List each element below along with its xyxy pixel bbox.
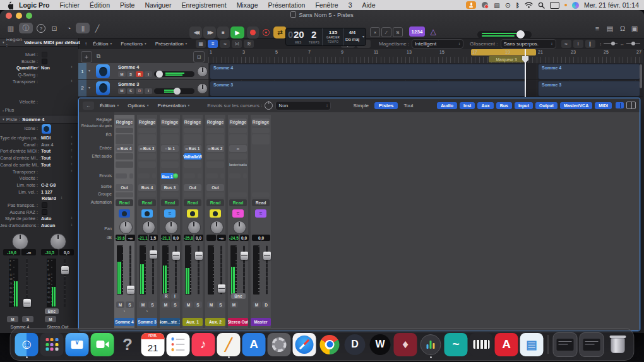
inspector-row-ic-ne[interactable]: Icône : [0,126,78,132]
stepper-icon[interactable]: ↕ [71,216,73,219]
dock-item-chrome[interactable] [318,333,342,356]
track-volume-knob[interactable] [174,88,181,95]
smart-controls-button[interactable]: ◔ [63,23,75,34]
forward-button[interactable]: ▶▶ [203,26,216,38]
dock-item-reminders[interactable] [167,333,190,356]
automation-icon[interactable]: ≈ [220,40,230,48]
record-button[interactable] [247,26,259,38]
send-slot[interactable] [229,173,247,179]
track-lane-somme-3[interactable]: Somme 3Somme 3 [208,80,643,97]
dock-item-launchpad[interactable] [40,333,64,356]
mixer-filter-master-vca[interactable]: Master/VCA [560,102,592,109]
pan-knob[interactable] [188,221,201,234]
solo-button[interactable]: S [171,301,179,308]
inspector-row-transposer[interactable]: Transposer :↕ [0,79,78,85]
track-mute-button[interactable]: M [118,71,126,77]
track-input-monitor-button[interactable]: I [145,71,152,77]
sends-power-icon[interactable] [265,102,273,110]
stepper-icon[interactable]: ↕ [71,155,73,159]
region-inspector-header[interactable]: ▾Région :Valeurs MIDI par défaut [0,38,78,47]
lcd-position[interactable]: 0 20 2 MES TEMPS [286,28,323,45]
track-volume-slider[interactable] [154,88,194,94]
mute-button[interactable]: M [230,301,238,308]
duplicate-track-button[interactable]: ⧉ [93,51,104,61]
inspector-row-canal-de-sortie-mi[interactable]: Canal de sortie MI.. :Tout↕ [0,162,78,168]
mixer-view-tout[interactable]: Tout [399,102,417,109]
editbar-menu-dition[interactable]: Édition▾ [93,41,112,47]
audio-fx-slot-2[interactable] [138,161,156,168]
automation-mode-button[interactable]: Read [138,199,156,206]
solo-button[interactable]: S [22,316,33,322]
midi-region[interactable]: Somme 3 [538,81,640,96]
nudge-back-icon[interactable]: ↑ [81,40,91,48]
inspector-row-retard[interactable]: Retard↕ [0,196,78,202]
mute-button[interactable]: M [253,301,261,308]
mixer-view-simple[interactable]: Simple [349,102,373,109]
dock-item-music[interactable]: ♪ [192,333,215,356]
list-editors-button[interactable]: ≡ [592,23,602,34]
track-volume-slider[interactable] [154,71,194,77]
checkbox[interactable] [42,59,47,64]
track-record-arm-button[interactable]: R [136,88,143,94]
inspector-row[interactable] [0,92,78,98]
track-volume-knob[interactable] [156,71,163,78]
cycle-button[interactable]: ⇄ [273,26,287,38]
inspector-row[interactable] [0,86,78,92]
dual-pane-active-icon[interactable] [616,102,624,108]
mixer-strip-somme-4[interactable]: Réglage∞Bus 4OutRead-19,6-∞MS›Somme 4 [114,115,136,328]
pan-knob[interactable] [233,221,246,234]
solo-button[interactable]: S [217,301,225,308]
volume-fader[interactable] [195,252,203,260]
mixer-back-icon[interactable]: ← [83,102,94,110]
audio-fx-slot-2[interactable] [161,161,179,168]
metronome-button[interactable]: △ [428,26,438,37]
track-mute-button[interactable]: M [118,88,126,94]
channel-setting-button[interactable]: Réglage [116,119,133,126]
inspector-row-canal-d-entr-e-mi[interactable]: Canal d'entrée MI.. :Tout↕ [0,155,78,161]
solo-button[interactable]: S [126,301,134,308]
track-pan-knob[interactable] [197,66,208,77]
menu-item-enregistrement[interactable]: Enregistrement [176,1,231,9]
group-slot[interactable] [138,192,156,197]
dock-item-mail[interactable]: ∨ [66,333,89,356]
menu-item-piste[interactable]: Piste [115,1,140,9]
send-slot[interactable] [138,173,156,179]
count-in-button[interactable]: 1234 [409,26,425,37]
mixer-strip-aux-1[interactable]: Réglage∞Bus 1ValhallaViOutRead-25,80,0MS… [182,115,204,328]
bounce-button[interactable]: Bnc [231,293,246,299]
audio-fx-slot-2[interactable] [116,161,133,168]
flex-pitch-icon[interactable]: ≋ [244,40,254,48]
track-disclosure-chevron[interactable]: ▾ [88,85,90,90]
menu-item-pr-sentation[interactable]: Présentation [263,1,310,9]
stop-button[interactable]: ■ [217,26,229,38]
dim-button[interactable]: D [262,301,270,308]
volume-fader[interactable] [61,266,69,274]
vertical-zoom-slider[interactable]: ↕ [600,42,618,46]
midi-region[interactable]: Somme 4 [210,64,526,79]
track-header-somme-3[interactable]: 2▾Somme 3MSRI [78,80,208,97]
inspector-row-boucle[interactable]: Boucle : [0,59,78,65]
track-disclosure-chevron[interactable]: ▾ [88,68,90,73]
track-solo-button[interactable]: S [127,71,134,77]
mixer-filter-inst[interactable]: Inst [460,102,475,109]
stepper-icon[interactable]: ↕ [38,65,40,69]
volume-fader[interactable] [263,252,271,260]
cycle-region[interactable] [471,49,536,55]
menu-item-aide[interactable]: Aide [357,1,380,9]
output-slot[interactable]: Bus 4 [138,184,156,191]
apple-menu-icon[interactable] [5,1,14,9]
output-slot[interactable]: Out [116,184,133,191]
inspector-row-jeu-d-articulations[interactable]: Jeu d'articulations :Aucun↕ [0,223,78,229]
mixer-strip-nom-ste-1[interactable]: Réglage○In 1Bus 1Bus 3Read≈-21,10,0RIMSN… [160,115,181,328]
eq-slot[interactable] [138,134,156,144]
audio-fx-slot-2[interactable] [206,161,224,168]
send-slot[interactable] [184,173,201,179]
mute-button[interactable]: M [184,301,193,308]
dock-item-logic-pro[interactable] [419,333,443,356]
audio-fx-slot[interactable] [116,153,133,160]
inspector-row-pas-transpos[interactable]: Pas transpos. : [0,202,78,209]
track-scrollbar[interactable] [640,64,642,88]
add-track-button[interactable]: + [81,51,92,62]
mixer-filter-output[interactable]: Output [535,102,558,109]
group-slot[interactable] [161,192,179,197]
